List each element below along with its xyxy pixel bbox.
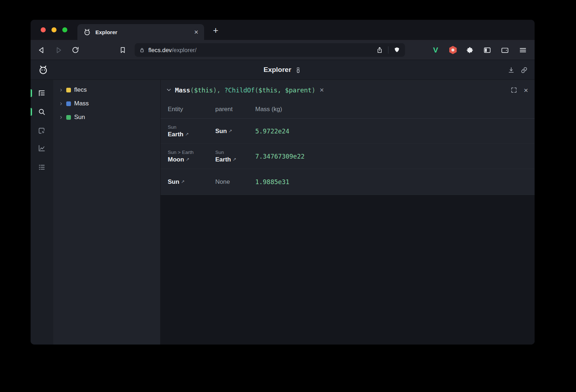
hexagon-extension-icon[interactable]: [448, 45, 458, 55]
tree-panel-icon[interactable]: [37, 88, 46, 98]
entity-color-swatch: [66, 88, 71, 92]
column-header-mass: Mass (kg): [255, 106, 535, 113]
app-header: Explorer: [31, 60, 535, 80]
url-path: /explorer/: [172, 47, 197, 53]
entity-color-swatch: [66, 115, 71, 120]
chevron-right-icon[interactable]: [59, 115, 63, 119]
entity-link[interactable]: Sun↗: [168, 178, 215, 186]
query-panel: Mass($this), ?ChildOf($this, $parent) × …: [160, 80, 535, 345]
divider: [388, 46, 388, 54]
link-icon[interactable]: [520, 66, 528, 74]
url-domain: flecs.dev: [148, 47, 172, 53]
tree-item-mass[interactable]: Mass: [53, 97, 160, 110]
query-expression[interactable]: Mass($this), ?ChildOf($this, $parent): [175, 86, 315, 94]
navigation-bar: flecs.dev/explorer/ V: [31, 40, 535, 60]
entity-path: Sun: [215, 150, 255, 155]
reload-icon[interactable]: [71, 45, 80, 55]
parent-link[interactable]: Earth↗: [215, 156, 255, 163]
chevron-right-icon[interactable]: [59, 88, 63, 92]
results-empty-area: [161, 195, 535, 345]
tab-bar: Explorer × +: [31, 20, 535, 40]
column-header-entity: Entity: [168, 106, 215, 113]
mass-value: 1.9885e31: [255, 178, 535, 186]
mass-cell: 1.9885e31: [255, 178, 535, 186]
lock-icon: [139, 47, 145, 53]
tool-sidebar: [31, 80, 53, 345]
page-title: Explorer: [264, 66, 291, 74]
open-entity-arrow-icon: ↗: [229, 128, 232, 133]
entity-color-swatch: [66, 101, 71, 106]
tab-close-icon[interactable]: ×: [194, 28, 198, 36]
url-text: flecs.dev/explorer/: [148, 47, 197, 54]
open-entity-arrow-icon: ↗: [185, 132, 189, 137]
forward-icon[interactable]: [54, 45, 63, 55]
flecs-favicon: [83, 28, 91, 36]
bookmark-icon[interactable]: [118, 45, 127, 55]
zoom-window-button[interactable]: [62, 27, 67, 32]
tab-title: Explorer: [95, 29, 194, 35]
flecs-logo: [38, 64, 49, 75]
open-entity-arrow-icon: ↗: [233, 157, 236, 162]
mass-value: 7.34767309e22: [255, 153, 535, 160]
open-entity-arrow-icon: ↗: [181, 179, 185, 184]
tree-item-flecs[interactable]: flecs: [53, 83, 160, 97]
remote-connection-icon[interactable]: [294, 67, 302, 74]
close-window-button[interactable]: [41, 27, 46, 32]
browser-tab[interactable]: Explorer ×: [77, 24, 204, 40]
share-icon[interactable]: [376, 46, 383, 54]
open-entity-arrow-icon: ↗: [186, 157, 189, 162]
new-tab-button[interactable]: +: [210, 24, 221, 36]
minimize-window-button[interactable]: [51, 27, 57, 32]
table-row: Sun Earth↗ Sun↗ 5.9722e24: [161, 119, 535, 144]
wallet-icon[interactable]: [500, 45, 509, 55]
mass-cell: 7.34767309e22: [255, 153, 535, 160]
tree-item-sun[interactable]: Sun: [53, 110, 160, 124]
query-bar: Mass($this), ?ChildOf($this, $parent) × …: [161, 80, 535, 100]
brave-shield-icon[interactable]: [393, 46, 401, 54]
browser-window: Explorer × + flecs.dev/explorer/: [31, 20, 535, 345]
download-icon[interactable]: [507, 66, 515, 74]
entity-path: Sun > Earth: [168, 150, 215, 155]
back-icon[interactable]: [37, 45, 46, 55]
search-panel-icon[interactable]: [37, 107, 46, 117]
active-panel-indicator: [31, 89, 32, 97]
sidebar-toggle-icon[interactable]: [482, 45, 492, 55]
query-close-icon[interactable]: ×: [524, 86, 528, 94]
column-header-parent: parent: [215, 106, 255, 113]
mass-cell: 5.9722e24: [255, 128, 535, 135]
parent-none: None: [215, 178, 255, 186]
mass-value: 5.9722e24: [255, 128, 535, 135]
entity-cell: Sun↗: [168, 178, 215, 186]
address-bar[interactable]: flecs.dev/explorer/: [135, 43, 405, 57]
tree-item-label: Mass: [74, 100, 89, 107]
table-row: Sun↗ None 1.9885e31: [161, 169, 535, 195]
parent-cell: None: [215, 178, 255, 186]
entity-cell: Sun > Earth Moon↗: [168, 150, 215, 163]
parent-cell: Sun↗: [215, 128, 255, 135]
parent-cell: Sun Earth↗: [215, 150, 255, 163]
tree-item-label: Sun: [74, 114, 85, 121]
entity-cell: Sun Earth↗: [168, 124, 215, 138]
entity-tree-panel: flecs Mass Sun: [53, 80, 160, 345]
parent-link[interactable]: Sun↗: [215, 128, 255, 135]
inspector-panel-icon[interactable]: [37, 126, 46, 136]
table-header-row: Entity parent Mass (kg): [161, 100, 535, 119]
entity-link[interactable]: Moon↗: [168, 156, 215, 163]
extensions-puzzle-icon[interactable]: [465, 45, 474, 55]
menu-icon[interactable]: [518, 45, 527, 55]
table-row: Sun > Earth Moon↗ Sun Earth↗ 7.34767309e…: [161, 144, 535, 169]
fullscreen-icon[interactable]: [510, 87, 517, 94]
content-area: flecs Mass Sun: [31, 80, 535, 345]
vue-devtools-icon[interactable]: V: [431, 45, 440, 55]
stats-panel-icon[interactable]: [37, 143, 46, 153]
active-panel-indicator: [31, 108, 32, 116]
log-panel-icon[interactable]: [37, 163, 46, 172]
query-clear-icon[interactable]: ×: [320, 86, 324, 94]
traffic-lights: [41, 27, 67, 32]
tree-item-label: flecs: [74, 86, 87, 94]
entity-link[interactable]: Earth↗: [168, 131, 215, 138]
entity-path: Sun: [168, 124, 215, 130]
chevron-down-icon[interactable]: [166, 87, 172, 93]
chevron-right-icon[interactable]: [59, 102, 63, 106]
